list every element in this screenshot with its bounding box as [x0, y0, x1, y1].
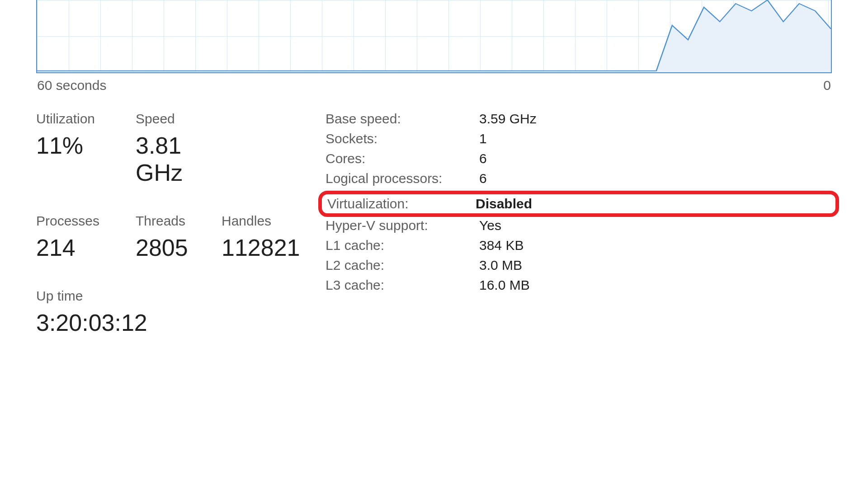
processes-value: 214 — [36, 234, 136, 261]
cpu-usage-chart — [36, 0, 832, 73]
l2-cache-label: L2 cache: — [326, 258, 479, 273]
cpu-specs: Base speed: 3.59 GHz Sockets: 1 Cores: 6… — [326, 111, 832, 363]
uptime-label: Up time — [36, 288, 147, 304]
base-speed-value: 3.59 GHz — [479, 111, 537, 127]
chart-x-axis-labels: 60 seconds 0 — [36, 78, 832, 93]
logical-processors-label: Logical processors: — [326, 171, 479, 186]
hyperv-value: Yes — [479, 218, 501, 233]
axis-right-label: 0 — [823, 78, 831, 93]
sockets-label: Sockets: — [326, 131, 479, 146]
l3-cache-label: L3 cache: — [326, 277, 479, 293]
utilization-value: 11% — [36, 132, 136, 159]
l1-cache-value: 384 KB — [479, 238, 524, 253]
uptime-value: 3:20:03:12 — [36, 309, 147, 336]
primary-stats: Utilization 11% Speed 3.81 GHz Processes… — [36, 111, 326, 363]
handles-label: Handles — [222, 213, 321, 229]
logical-processors-value: 6 — [479, 171, 487, 186]
processes-stat: Processes 214 — [36, 213, 136, 261]
l2-cache-row: L2 cache: 3.0 MB — [326, 258, 832, 273]
sockets-value: 1 — [479, 131, 487, 146]
cores-value: 6 — [479, 151, 487, 166]
threads-label: Threads — [136, 213, 222, 229]
utilization-stat: Utilization 11% — [36, 111, 136, 186]
l1-cache-label: L1 cache: — [326, 238, 479, 253]
base-speed-row: Base speed: 3.59 GHz — [326, 111, 832, 127]
hyperv-row: Hyper-V support: Yes — [326, 218, 832, 233]
speed-label: Speed — [136, 111, 222, 127]
logical-processors-row: Logical processors: 6 — [326, 171, 832, 186]
virtualization-label: Virtualization: — [327, 196, 476, 212]
handles-stat: Handles 112821 — [222, 213, 321, 261]
cpu-usage-line — [37, 0, 831, 72]
base-speed-label: Base speed: — [326, 111, 479, 127]
uptime-stat: Up time 3:20:03:12 — [36, 288, 147, 336]
handles-value: 112821 — [222, 234, 321, 261]
processes-label: Processes — [36, 213, 136, 229]
speed-value: 3.81 GHz — [136, 132, 222, 186]
threads-stat: Threads 2805 — [136, 213, 222, 261]
virtualization-row: Virtualization: Disabled — [318, 191, 839, 217]
l2-cache-value: 3.0 MB — [479, 258, 522, 273]
virtualization-value: Disabled — [476, 196, 532, 212]
threads-value: 2805 — [136, 234, 222, 261]
sockets-row: Sockets: 1 — [326, 131, 832, 146]
axis-left-label: 60 seconds — [37, 78, 106, 93]
hyperv-label: Hyper-V support: — [326, 218, 479, 233]
cores-row: Cores: 6 — [326, 151, 832, 166]
l3-cache-value: 16.0 MB — [479, 277, 530, 293]
speed-stat: Speed 3.81 GHz — [136, 111, 222, 186]
l3-cache-row: L3 cache: 16.0 MB — [326, 277, 832, 293]
utilization-label: Utilization — [36, 111, 136, 127]
l1-cache-row: L1 cache: 384 KB — [326, 238, 832, 253]
cores-label: Cores: — [326, 151, 479, 166]
